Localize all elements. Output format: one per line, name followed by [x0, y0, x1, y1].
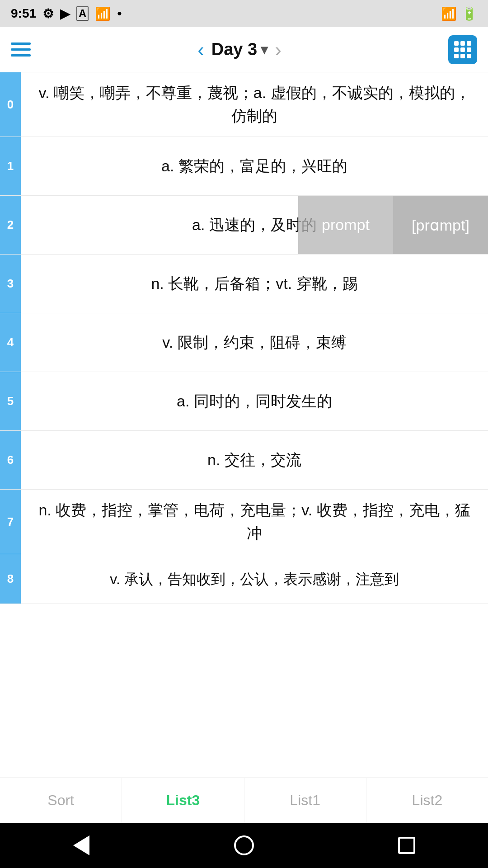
status-bar: 9:51 ⚙ ▶ A 📶 • 📶 🔋	[0, 0, 488, 27]
tab-list2[interactable]: List2	[366, 778, 488, 823]
word-row[interactable]: 6 n. 交往，交流	[0, 431, 488, 490]
signal-icon: 📶	[441, 6, 457, 21]
word-index: 0	[0, 72, 21, 137]
nav-home-button[interactable]	[230, 832, 258, 859]
prompt-word: prompt	[298, 196, 393, 254]
tab-sort[interactable]: Sort	[0, 778, 122, 823]
nav-back-button[interactable]	[68, 832, 95, 859]
prompt-overlay: prompt [prɑmpt]	[298, 196, 488, 254]
word-row[interactable]: 0 v. 嘲笑，嘲弄，不尊重，蔑视；a. 虚假的，不诚实的，模拟的，仿制的	[0, 72, 488, 137]
tab-list1-label: List1	[290, 792, 320, 809]
nav-recents-button[interactable]	[393, 832, 420, 859]
word-index: 8	[0, 554, 21, 604]
word-row[interactable]: 1 a. 繁荣的，富足的，兴旺的	[0, 137, 488, 196]
word-row[interactable]: 7 n. 收费，指控，掌管，电荷，充电量；v. 收费，指控，充电，猛冲	[0, 490, 488, 554]
tab-list3[interactable]: List3	[122, 778, 244, 823]
word-definition: a. 繁荣的，富足的，兴旺的	[21, 137, 488, 195]
tab-sort-label: Sort	[47, 792, 74, 809]
recents-icon	[398, 837, 415, 854]
tab-list2-label: List2	[412, 792, 443, 809]
word-row[interactable]: 4 v. 限制，约束，阻碍，束缚	[0, 313, 488, 372]
app-bar: ‹ Day 3 ▾ ›	[0, 27, 488, 72]
word-index: 2	[0, 196, 21, 254]
word-definition: v. 嘲笑，嘲弄，不尊重，蔑视；a. 虚假的，不诚实的，模拟的，仿制的	[21, 72, 488, 137]
word-row[interactable]: 2 a. 迅速的，及时的 prompt [prɑmpt]	[0, 196, 488, 255]
word-definition: n. 收费，指控，掌管，电荷，充电量；v. 收费，指控，充电，猛冲	[21, 490, 488, 554]
word-row[interactable]: 3 n. 长靴，后备箱；vt. 穿靴，踢	[0, 255, 488, 313]
word-definition: v. 限制，约束，阻碍，束缚	[21, 313, 488, 372]
play-icon: ▶	[60, 6, 70, 21]
day-title-text: Day 3	[211, 40, 257, 59]
grid-icon	[454, 41, 471, 58]
status-bar-right: 📶 🔋	[441, 6, 477, 21]
word-row[interactable]: 5 a. 同时的，同时发生的	[0, 372, 488, 431]
word-index: 3	[0, 255, 21, 313]
word-index: 6	[0, 431, 21, 489]
prev-button[interactable]: ‹	[197, 38, 204, 61]
word-index: 7	[0, 490, 21, 554]
bottom-tabs: Sort List3 List1 List2	[0, 778, 488, 823]
word-index: 5	[0, 372, 21, 430]
tab-list3-label: List3	[166, 792, 200, 809]
status-time: 9:51	[11, 6, 36, 21]
word-definition: n. 长靴，后备箱；vt. 穿靴，踢	[21, 255, 488, 313]
android-nav	[0, 823, 488, 868]
a-icon: A	[76, 6, 89, 21]
word-index: 1	[0, 137, 21, 195]
back-icon	[73, 835, 89, 855]
next-button[interactable]: ›	[275, 38, 282, 61]
title-chevron: ▾	[261, 42, 267, 57]
grid-view-button[interactable]	[448, 35, 477, 64]
word-definition: n. 交往，交流	[21, 431, 488, 489]
word-index: 4	[0, 313, 21, 372]
home-icon	[234, 835, 254, 855]
battery-icon: 🔋	[461, 6, 477, 21]
settings-icon: ⚙	[42, 6, 54, 21]
word-row[interactable]: 8 v. 承认，告知收到，公认，表示感谢，注意到	[0, 554, 488, 604]
dot-icon: •	[117, 6, 122, 21]
prompt-phonetic: [prɑmpt]	[393, 196, 488, 254]
menu-button[interactable]	[11, 42, 31, 57]
day-title[interactable]: Day 3 ▾	[211, 40, 267, 59]
word-definition: v. 承认，告知收到，公认，表示感谢，注意到	[21, 554, 488, 604]
word-definition: a. 同时的，同时发生的	[21, 372, 488, 430]
word-list: 0 v. 嘲笑，嘲弄，不尊重，蔑视；a. 虚假的，不诚实的，模拟的，仿制的 1 …	[0, 72, 488, 778]
tab-list1[interactable]: List1	[244, 778, 366, 823]
wifi-icon: 📶	[95, 6, 111, 21]
